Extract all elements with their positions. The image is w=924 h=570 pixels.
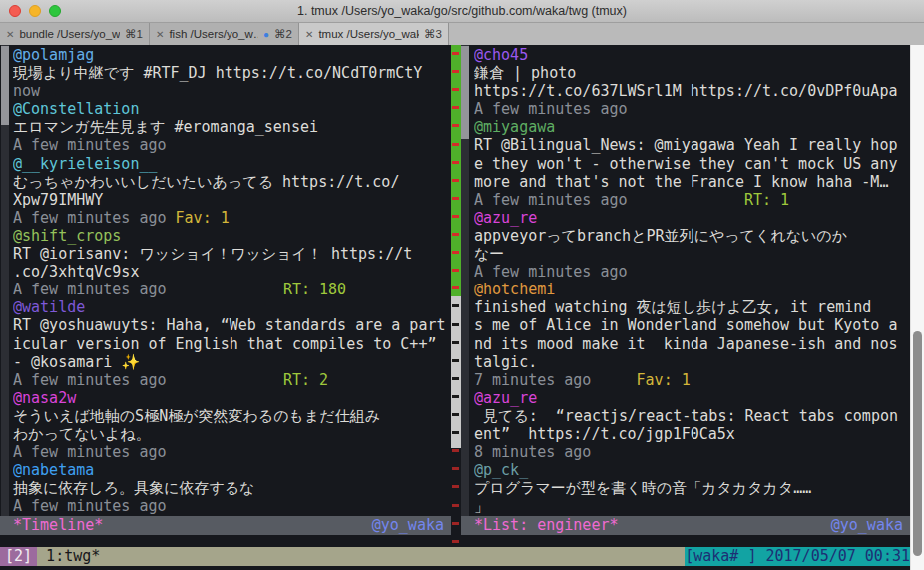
tab-shortcut: ⌘1 [125,27,143,41]
row-text: 現場より中継です #RTF_DJ https://t.co/NCdT0rmCtY [13,64,422,82]
row-text: ent” https://t.co/jgp1F0Ca5x [474,425,735,443]
timeline-row: finished watching 夜は短し歩けよ乙女, it remind [474,298,910,316]
pane-statusbar-list: *List: engineer* @yo_waka [461,516,910,535]
tab-activity-dot-icon: ● [263,29,269,40]
tmux-window-item[interactable]: 1:twg* [37,547,685,566]
divider-dash [452,522,459,525]
timeline-row: プログラマーが型を書く時の音「カタカタカタ…… [474,479,910,497]
divider-dash [452,540,459,543]
row-text: more and that's not the France I know ha… [474,173,888,191]
timeline-row: @cho45 [474,46,910,64]
terminal-content: @polamjag現場より中継です #RTF_DJ https://t.co/N… [0,45,924,570]
divider-dash [452,286,459,289]
row-text: A few minutes ago [13,497,167,515]
username: @Constellation [13,100,139,118]
list-pane-scrollbar[interactable] [461,45,469,516]
tab-close-icon[interactable]: ✕ [305,29,313,40]
timeline-row: @azu_re [474,389,910,407]
timeline-row: わかってないよね。 [13,425,451,443]
tab-bar-filler [449,23,924,45]
divider-dash [452,269,459,272]
timeline-pane-scrollbar[interactable] [1,45,9,516]
timeline-row: A few minutes ago [13,443,451,461]
tab-label: fish /Users/yo_w… [169,28,258,40]
tab-shortcut: ⌘2 [274,27,292,41]
timeline-row: - @kosamari ✨ [13,353,451,371]
row-text: RT: 2 [167,371,329,389]
username: @hotchemi [474,281,555,298]
timeline-row: なー [474,245,910,263]
timeline-row: @azu_re [474,209,910,227]
tab-close-icon[interactable]: ✕ [156,29,164,40]
row-text: now [13,82,40,100]
divider-dash [452,106,459,109]
tmux-hostname: [waka# ] [685,547,756,566]
timeline-row: そういえば地軸のS極N極が突然変わるのもまだ仕組み [13,407,451,425]
timeline-row: 」 [474,497,910,515]
tab-label: bundle /Users/yo_w… [19,28,120,40]
row-text: Xpw79IMHWY [13,191,103,209]
row-text: https://t.co/637LWSrl1M https://t.co/0vD… [474,82,897,100]
timeline-row: 8 minutes ago [474,443,910,461]
username: @cho45 [474,46,528,64]
timeline-row: A few minutes ago [13,136,451,154]
timeline-row: @nasa2w [13,389,451,407]
row-text: エロマンガ先生見ます #eromanga_sensei [13,118,318,136]
divider-dash [452,359,459,362]
tmux-session-badge: [2] [0,547,37,566]
username: @shift_crops [13,227,121,245]
username: @nasa2w [13,389,76,407]
row-text: A few minutes ago [13,443,167,461]
timeline-row: @Constellation [13,100,451,118]
timeline-row: 7 minutes ago Fav: 1 [474,371,910,389]
zoom-window-icon[interactable] [49,5,61,17]
row-text: RT: 1 [628,191,790,209]
timeline-row: 抽象に依存しろ。具象に依存するな [13,479,451,497]
timeline-row: 現場より中継です #RTF_DJ https://t.co/NCdT0rmCtY [13,64,451,82]
row-text: 見てる: “reactjs/react-tabs: React tabs com… [474,407,898,425]
tab-tmux[interactable]: ✕tmux /Users/yo_wak…⌘3 [299,23,449,45]
timeline-row: s me of Alice in Wonderland somehow but … [474,316,910,334]
divider-dash [452,449,459,452]
row-text: e they won't - otherwise they can't mock… [474,155,897,173]
timeline-row: nd its mood make it kinda Japanese-ish a… [474,335,910,353]
timeline-row: ent” https://t.co/jgp1F0Ca5x [474,425,910,443]
row-text: RT @yoshuawuyts: Haha, “Web standards ar… [13,316,445,334]
window-scrollbar-thumb[interactable] [913,331,922,556]
divider-dash [452,70,459,73]
pane-timeline[interactable]: @polamjag現場より中継です #RTF_DJ https://t.co/N… [13,46,451,516]
row-text: 7 minutes ago [474,371,591,389]
window-scrollbar[interactable] [910,45,924,570]
timeline-row: A few minutes ago Fav: 1 [13,209,451,227]
username: @__kyrieleison__ [13,155,158,173]
username: @azu_re [474,389,537,407]
row-text: なー [474,245,504,263]
scrollbar-thumb[interactable] [1,46,9,125]
timeline-row: @shift_crops [13,227,451,245]
row-text: Fav: 1 [176,209,230,227]
pane-title: *Timeline* [0,516,103,535]
timeline-row: A few minutes ago [474,100,910,118]
tab-bundle[interactable]: ✕bundle /Users/yo_w…⌘1 [0,23,150,45]
username: @nabetama [13,461,94,479]
username: @watilde [13,298,85,316]
row-text: 鎌倉 | photo [474,64,576,82]
timeline-row: @miyagawa [474,118,910,136]
row-text: .co/3xhtqVc9sx [13,263,139,281]
row-text: A few minutes ago [13,281,167,298]
divider-dash [452,124,459,127]
tab-close-icon[interactable]: ✕ [6,29,14,40]
window-title: 1. tmux /Users/yo_waka/go/src/github.com… [0,0,924,22]
minimize-window-icon[interactable] [29,5,41,17]
tab-fish[interactable]: ✕fish /Users/yo_w…●⌘2 [150,23,299,45]
divider-dash [452,197,459,200]
close-window-icon[interactable] [9,5,21,17]
traffic-lights [9,5,61,17]
pane-list-engineer[interactable]: @cho45鎌倉 | photohttps://t.co/637LWSrl1M … [474,46,910,516]
divider-dash [452,52,459,55]
timeline-row: エロマンガ先生見ます #eromanga_sensei [13,118,451,136]
divider-dash [452,504,459,507]
pane-divider[interactable] [451,45,461,547]
scrollbar-thumb[interactable] [461,46,469,139]
row-text: Fav: 1 [591,371,690,389]
